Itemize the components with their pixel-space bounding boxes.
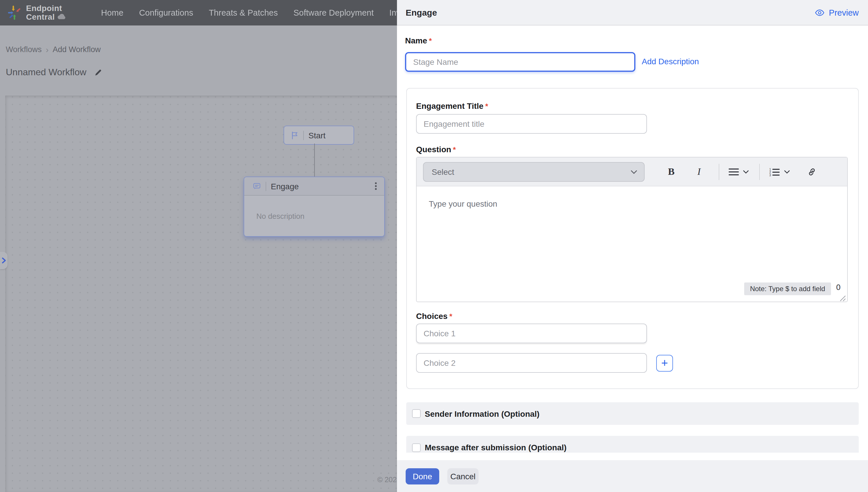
breadcrumb: Workflows › Add Workflow <box>6 45 101 54</box>
message-after-submission-section[interactable]: Message after submission (Optional) <box>406 436 859 453</box>
start-node[interactable]: Start <box>284 126 354 145</box>
sender-information-section[interactable]: Sender Information (Optional) <box>406 402 859 425</box>
link-button[interactable] <box>806 163 818 181</box>
copyright-text: © 202 <box>377 476 397 484</box>
sender-information-label: Sender Information (Optional) <box>425 409 540 418</box>
panel-footer: Done Cancel <box>397 460 868 492</box>
required-asterisk: * <box>453 145 456 154</box>
start-node-label: Start <box>308 130 326 140</box>
note-chip: Note: Type $ to add field <box>744 282 831 295</box>
node-divider <box>303 130 304 140</box>
panel-header: Engage Preview <box>397 0 868 25</box>
resize-handle-icon[interactable] <box>840 295 846 301</box>
add-choice-button[interactable]: + <box>656 355 673 372</box>
required-asterisk: * <box>429 36 432 45</box>
preview-label: Preview <box>829 8 859 17</box>
engagement-title-input[interactable] <box>416 114 647 134</box>
nav-item-configurations[interactable]: Configurations <box>139 8 193 17</box>
workflow-title: Unnamed Workflow <box>6 67 86 78</box>
name-field-label: Name* <box>405 36 432 45</box>
question-editor: Select B I <box>416 157 848 302</box>
editor-toolbar: Select B I <box>417 157 847 187</box>
edit-pencil-icon[interactable] <box>95 69 102 76</box>
message-after-submission-checkbox[interactable] <box>412 443 421 452</box>
sender-information-checkbox[interactable] <box>412 409 421 418</box>
required-asterisk: * <box>485 102 488 110</box>
engage-node-title: Engage <box>271 181 299 191</box>
question-label: Question* <box>416 145 456 154</box>
field-select-dropdown[interactable]: Select <box>423 162 645 182</box>
engage-config-panel: Engage Preview Name* Add Description <box>397 0 868 492</box>
required-asterisk: * <box>449 312 452 321</box>
choice-2-input[interactable] <box>416 353 647 373</box>
engage-node-header: Engage <box>244 177 384 196</box>
workflow-canvas[interactable]: Start Engage No description © 202 <box>5 96 397 492</box>
chat-icon <box>253 182 261 190</box>
toolbar-separator <box>759 164 760 180</box>
panel-title: Engage <box>406 7 437 17</box>
brand-pinwheel-icon <box>7 5 23 20</box>
breadcrumb-workflows[interactable]: Workflows <box>6 45 42 54</box>
stage-name-input[interactable] <box>405 52 635 72</box>
choices-label: Choices* <box>416 312 452 321</box>
message-after-submission-label: Message after submission (Optional) <box>425 443 566 452</box>
node-connector-line <box>314 144 315 176</box>
breadcrumb-separator: › <box>46 45 49 54</box>
brand-name: Endpoint Central <box>26 4 66 21</box>
flag-icon <box>291 131 299 139</box>
kebab-menu-icon[interactable] <box>374 180 379 192</box>
add-description-link[interactable]: Add Description <box>642 57 699 66</box>
bold-button[interactable]: B <box>664 163 678 181</box>
question-editor-body[interactable]: Type your question Note: Type $ to add f… <box>417 187 847 303</box>
chevron-right-icon <box>1 257 6 263</box>
cancel-button[interactable]: Cancel <box>447 468 479 484</box>
nav-item-software-deployment[interactable]: Software Deployment <box>293 8 374 17</box>
brand-logo[interactable]: Endpoint Central <box>7 4 66 21</box>
workflow-subheader: Workflows › Add Workflow Unnamed Workflo… <box>0 25 397 96</box>
engagement-title-label: Engagement Title* <box>416 101 488 110</box>
question-placeholder: Type your question <box>429 199 497 208</box>
ordered-list-button[interactable]: 1 2 3 <box>768 163 781 181</box>
italic-button[interactable]: I <box>692 163 706 181</box>
eye-icon <box>815 9 825 16</box>
toolbar-separator <box>719 164 719 180</box>
align-button[interactable] <box>727 163 740 181</box>
breadcrumb-add-workflow: Add Workflow <box>53 45 101 54</box>
char-counter: 0 <box>836 283 841 292</box>
panel-body: Name* Add Description Engagement Title* … <box>397 25 868 460</box>
done-button[interactable]: Done <box>406 468 439 484</box>
main-nav: Home Configurations Threats & Patches So… <box>101 8 424 17</box>
choice-1-input[interactable] <box>416 324 647 343</box>
select-placeholder: Select <box>432 167 454 176</box>
nav-item-home[interactable]: Home <box>101 8 123 17</box>
engage-node[interactable]: Engage No description <box>244 176 385 237</box>
cloud-icon <box>56 14 66 20</box>
svg-text:3: 3 <box>769 173 771 176</box>
engagement-card: Engagement Title* Question* Select <box>406 88 859 389</box>
node-divider <box>265 181 266 191</box>
top-nav: Endpoint Central Home Configurations Thr… <box>0 0 397 25</box>
engage-node-description: No description <box>256 212 384 221</box>
align-chevron-down-icon[interactable] <box>742 163 750 181</box>
preview-button[interactable]: Preview <box>815 8 859 17</box>
nav-item-threats-patches[interactable]: Threats & Patches <box>209 8 278 17</box>
chevron-down-icon <box>631 170 637 174</box>
sidebar-expand-toggle[interactable] <box>0 252 7 269</box>
list-chevron-down-icon[interactable] <box>783 163 791 181</box>
